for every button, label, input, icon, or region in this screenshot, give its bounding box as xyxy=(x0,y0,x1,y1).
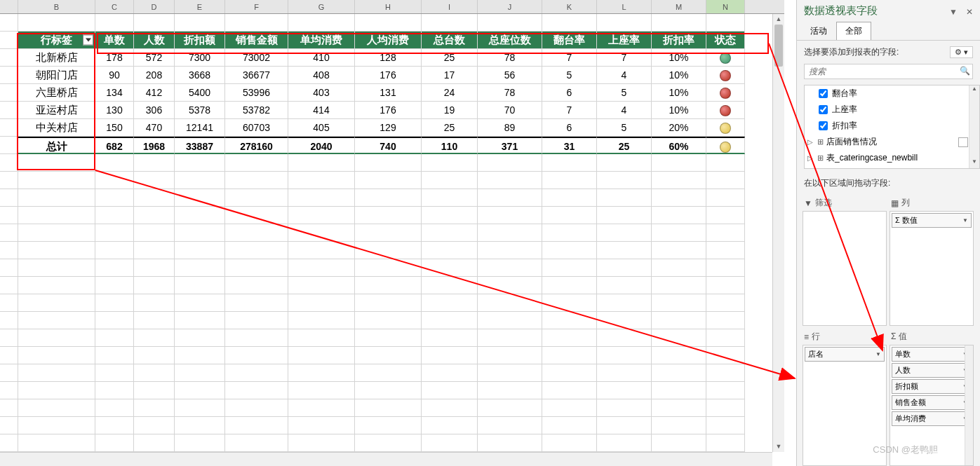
data-cell[interactable]: 78 xyxy=(478,84,542,102)
col-header-D[interactable]: D xyxy=(134,0,175,13)
data-cell[interactable]: 208 xyxy=(134,67,175,84)
row-label[interactable]: 六里桥店 xyxy=(18,84,95,102)
data-cell[interactable]: 403 xyxy=(288,84,355,102)
data-cell[interactable]: 73002 xyxy=(225,49,288,67)
field-checkbox[interactable] xyxy=(819,105,828,114)
total-cell[interactable]: 60% xyxy=(652,137,706,154)
data-cell[interactable]: 7300 xyxy=(175,49,225,67)
data-cell[interactable]: 56 xyxy=(478,67,542,84)
search-icon[interactable]: 🔍 xyxy=(960,66,970,76)
tab-all[interactable]: 全部 xyxy=(836,22,871,40)
data-cell[interactable]: 412 xyxy=(134,84,175,102)
data-cell[interactable]: 128 xyxy=(355,49,422,67)
data-cell[interactable]: 405 xyxy=(288,119,355,137)
data-cell[interactable]: 410 xyxy=(288,49,355,67)
tab-active[interactable]: 活动 xyxy=(801,22,836,40)
table-field[interactable]: ▷⊞店面销售情况 xyxy=(805,134,979,150)
col-header-C[interactable]: C xyxy=(95,0,134,13)
total-label[interactable]: 总计 xyxy=(18,137,95,154)
data-cell[interactable]: 53996 xyxy=(225,84,288,102)
pivot-header[interactable]: 状态 xyxy=(706,32,745,49)
data-cell[interactable]: 7 xyxy=(597,49,652,67)
spreadsheet-grid[interactable]: BCDEFGHIJKLMN 行标签单数人数折扣额销售金额单均消费人均消费总台数总… xyxy=(0,0,784,466)
data-cell[interactable]: 25 xyxy=(422,119,478,137)
data-cell[interactable]: 5 xyxy=(542,67,597,84)
col-header-M[interactable]: M xyxy=(652,0,706,13)
data-cell[interactable]: 60703 xyxy=(225,119,288,137)
data-cell[interactable]: 176 xyxy=(355,102,422,119)
field-list[interactable]: 翻台率上座率折扣率▷⊞店面销售情况▷⊞表_cateringcase_newbil… xyxy=(804,85,980,169)
zone-item[interactable]: 销售金额▼ xyxy=(892,395,972,410)
data-cell[interactable]: 19 xyxy=(422,102,478,119)
data-cell[interactable]: 4 xyxy=(597,67,652,84)
data-cell[interactable]: 10% xyxy=(652,67,706,84)
values-zone[interactable]: Σ 值 单数▼人数▼折扣额▼销售金额▼单均消费▼ xyxy=(890,329,974,466)
field-checkbox[interactable] xyxy=(819,89,828,98)
col-header-H[interactable]: H xyxy=(355,0,422,13)
col-header-K[interactable]: K xyxy=(542,0,597,13)
grid-body[interactable]: 行标签单数人数折扣额销售金额单均消费人均消费总台数总座位数翻台率上座率折扣率状态… xyxy=(0,14,784,466)
data-cell[interactable]: 24 xyxy=(422,84,478,102)
row-label-header[interactable]: 行标签 xyxy=(18,32,95,49)
data-cell[interactable]: 6 xyxy=(542,84,597,102)
col-header-E[interactable]: E xyxy=(175,0,225,13)
pivot-header[interactable]: 翻台率 xyxy=(542,32,597,49)
total-cell[interactable]: 278160 xyxy=(225,137,288,154)
total-cell[interactable]: 740 xyxy=(355,137,422,154)
total-cell[interactable]: 1968 xyxy=(134,137,175,154)
total-cell[interactable]: 33887 xyxy=(175,137,225,154)
data-cell[interactable]: 306 xyxy=(134,102,175,119)
data-cell[interactable]: 5 xyxy=(597,84,652,102)
col-header-N[interactable]: N xyxy=(706,0,745,13)
col-header-G[interactable]: G xyxy=(288,0,355,13)
data-cell[interactable]: 17 xyxy=(422,67,478,84)
total-cell[interactable]: 110 xyxy=(422,137,478,154)
data-cell[interactable]: 408 xyxy=(288,67,355,84)
data-cell[interactable]: 70 xyxy=(478,102,542,119)
row-label[interactable]: 亚运村店 xyxy=(18,102,95,119)
row-label[interactable]: 北新桥店 xyxy=(18,49,95,67)
col-header-J[interactable]: J xyxy=(478,0,542,13)
pivot-header[interactable]: 单数 xyxy=(95,32,134,49)
row-label[interactable]: 朝阳门店 xyxy=(18,67,95,84)
pivot-header[interactable]: 折扣率 xyxy=(652,32,706,49)
vertical-scrollbar[interactable]: ▲ ▼ xyxy=(772,14,784,452)
table-field[interactable]: ▷⊞表_cateringcase_newbill xyxy=(805,150,979,166)
total-cell[interactable]: 25 xyxy=(597,137,652,154)
pivot-header[interactable]: 上座率 xyxy=(597,32,652,49)
panel-close-icon[interactable]: ✕ xyxy=(966,7,973,17)
field-scroll-up[interactable]: ▲ xyxy=(969,85,979,95)
horizontal-scrollbar[interactable] xyxy=(0,452,772,466)
pivot-header[interactable]: 销售金额 xyxy=(225,32,288,49)
col-header-B[interactable]: B xyxy=(18,0,95,13)
data-cell[interactable]: 130 xyxy=(95,102,134,119)
zone-item[interactable]: 折扣额▼ xyxy=(892,379,972,394)
scroll-up-button[interactable]: ▲ xyxy=(773,14,784,25)
field-item[interactable]: 翻台率 xyxy=(805,85,979,102)
data-cell[interactable]: 7 xyxy=(542,102,597,119)
data-cell[interactable]: 36677 xyxy=(225,67,288,84)
col-header-I[interactable]: I xyxy=(422,0,478,13)
data-cell[interactable]: 134 xyxy=(95,84,134,102)
data-cell[interactable]: 5 xyxy=(597,119,652,137)
dropdown-icon[interactable] xyxy=(83,35,93,46)
total-cell[interactable]: 31 xyxy=(542,137,597,154)
data-cell[interactable]: 53782 xyxy=(225,102,288,119)
data-cell[interactable]: 572 xyxy=(134,49,175,67)
data-cell[interactable]: 7 xyxy=(542,49,597,67)
data-cell[interactable]: 10% xyxy=(652,84,706,102)
data-cell[interactable]: 5400 xyxy=(175,84,225,102)
data-cell[interactable]: 10% xyxy=(652,49,706,67)
filter-zone[interactable]: ▼筛选 xyxy=(803,195,887,326)
col-header-F[interactable]: F xyxy=(225,0,288,13)
data-cell[interactable]: 414 xyxy=(288,102,355,119)
data-cell[interactable]: 178 xyxy=(95,49,134,67)
zone-item[interactable]: 人数▼ xyxy=(892,363,972,378)
pivot-header[interactable]: 人数 xyxy=(134,32,175,49)
data-cell[interactable]: 5378 xyxy=(175,102,225,119)
pivot-header[interactable]: 人均消费 xyxy=(355,32,422,49)
data-cell[interactable]: 78 xyxy=(478,49,542,67)
zone-item[interactable]: 店名▼ xyxy=(805,347,885,362)
data-cell[interactable]: 89 xyxy=(478,119,542,137)
field-checkbox[interactable] xyxy=(819,121,828,130)
